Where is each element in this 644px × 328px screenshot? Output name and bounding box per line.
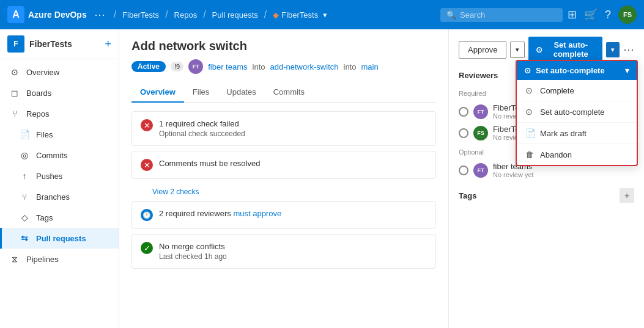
sidebar: F FiberTests + ⊙ Overview ◻ Boards ⑂ Rep… [0, 29, 119, 328]
dropdown-menu: ⊙ Set auto-complete ▾ ⊙ Complete ⊙ Set a… [516, 60, 638, 166]
approve-dropdown-button[interactable]: ▾ [510, 42, 525, 58]
add-tag-button[interactable]: + [620, 188, 634, 203]
sidebar-item-label: Files [36, 130, 53, 139]
reviewers-title: Reviewers [459, 71, 498, 80]
reviewer-radio[interactable] [459, 166, 468, 175]
branches-icon: ⑂ [19, 191, 30, 202]
reviewer-avatar: FT [473, 104, 488, 119]
dropdown-header-label: Set auto-complete [536, 66, 605, 75]
sidebar-item-files[interactable]: 📄 Files [0, 124, 119, 145]
grid-menu-icon[interactable]: ⊞ [568, 8, 577, 21]
tab-files[interactable]: Files [184, 82, 218, 103]
reviewer-status: No review yet [493, 171, 634, 178]
breadcrumb-pull-requests[interactable]: Pull requests [212, 10, 258, 20]
dropdown-item-abandon[interactable]: 🗑 Abandon [517, 144, 637, 165]
sidebar-item-branches[interactable]: ⑂ Branches [0, 186, 119, 207]
sidebar-item-pipelines[interactable]: ⧖ Pipelines [0, 249, 119, 269]
breadcrumb-fibertests[interactable]: FiberTests [122, 10, 159, 20]
breadcrumb-fibertests-pr[interactable]: ◆FiberTests ▾ [273, 10, 327, 20]
autocomplete-icon: ⊙ [536, 45, 542, 54]
project-name: FiberTests [29, 39, 100, 49]
logo-icon: A [7, 6, 24, 23]
pr-meta: Active !9 FT fiber teams into add-networ… [131, 59, 436, 74]
check-subtitle: Optional check succeeded [159, 129, 427, 138]
tags-section: Tags + [459, 188, 634, 203]
sidebar-item-repos[interactable]: ⑂ Repos [0, 103, 119, 124]
sidebar-item-boards[interactable]: ◻ Boards [0, 82, 119, 103]
set-autocomplete-button[interactable]: ⊙ Set auto-complete [528, 37, 602, 62]
pr-tabs: Overview Files Updates Commits [131, 82, 436, 103]
pr-title: Add network switch [131, 39, 436, 53]
sidebar-item-commits[interactable]: ◎ Commits [0, 145, 119, 166]
top-nav-icons: ⊞ 🛒 ? FS [568, 5, 637, 24]
app-name: Azure DevOps [28, 10, 87, 20]
check-title: No merge conflicts [159, 242, 427, 251]
sidebar-item-pushes[interactable]: ↑ Pushes [0, 166, 119, 186]
more-options-icon[interactable]: ⋯ [92, 8, 108, 21]
complete-icon: ⊙ [525, 86, 535, 95]
dropdown-close-arrow[interactable]: ▾ [625, 66, 629, 75]
sidebar-item-label: Commits [36, 151, 67, 160]
check-title: 1 required check failed [159, 119, 427, 128]
add-project-button[interactable]: + [105, 38, 111, 51]
tab-updates[interactable]: Updates [218, 82, 264, 103]
sidebar-item-label: Tags [36, 213, 53, 222]
branch-from-link[interactable]: add-network-switch [270, 62, 339, 71]
search-input[interactable] [460, 10, 546, 20]
success-icon: ✓ [141, 242, 153, 254]
dropdown-header: ⊙ Set auto-complete ▾ [517, 61, 637, 80]
tab-overview[interactable]: Overview [131, 82, 184, 103]
search-bar[interactable]: 🔍 [440, 8, 563, 22]
action-bar: Approve ▾ ⊙ Set auto-complete ▾ ⋯ [459, 37, 634, 62]
author-link[interactable]: fiber teams [208, 62, 247, 71]
error-icon: ✕ [141, 119, 153, 131]
sidebar-item-label: Branches [36, 192, 70, 202]
dropdown-item-mark-draft[interactable]: 📄 Mark as draft [517, 123, 637, 144]
sidebar-item-label: Repos [26, 109, 50, 118]
commits-icon: ◎ [19, 150, 30, 161]
sidebar-item-label: Overview [26, 68, 59, 77]
view-checks-link[interactable]: View 2 checks [152, 188, 199, 196]
dropdown-item-set-autocomplete[interactable]: ⊙ Set auto-complete [517, 101, 637, 123]
comment-count: !9 [171, 62, 183, 71]
autocomplete-dropdown-button[interactable]: ▾ [606, 42, 620, 57]
pipelines-icon: ⧖ [9, 253, 20, 264]
basket-icon[interactable]: 🛒 [584, 8, 598, 21]
set-autocomplete-icon: ⊙ [525, 107, 535, 117]
app-logo[interactable]: A Azure DevOps [7, 6, 87, 23]
sidebar-item-pull-requests[interactable]: ⇆ Pull requests [0, 228, 119, 249]
reviewer-radio[interactable] [459, 107, 468, 117]
check-comments-resolved: ✕ Comments must be resolved [131, 151, 436, 179]
right-panel: Approve ▾ ⊙ Set auto-complete ▾ ⋯ ⊙ Set … [448, 29, 644, 328]
sidebar-item-tags[interactable]: ◇ Tags [0, 207, 119, 228]
reviewer-avatar: FS [473, 126, 488, 140]
sidebar-item-label: Pipelines [26, 255, 59, 264]
branch-into-link[interactable]: main [361, 62, 378, 71]
abandon-icon: 🗑 [525, 150, 535, 159]
approve-button[interactable]: Approve [459, 41, 506, 59]
status-badge: Active [131, 61, 166, 72]
sidebar-item-label: Pull requests [36, 234, 86, 243]
breadcrumb-repos[interactable]: Repos [174, 10, 198, 20]
top-navigation: A Azure DevOps ⋯ / FiberTests / Repos / … [0, 0, 644, 29]
must-approve-link[interactable]: must approve [233, 209, 281, 218]
author-avatar: FT [188, 59, 203, 74]
draft-icon: 📄 [525, 128, 535, 138]
error-icon: ✕ [141, 159, 153, 171]
autocomplete-header-icon: ⊙ [524, 66, 531, 75]
view-checks-container: View 2 checks [131, 184, 436, 201]
help-icon[interactable]: ? [605, 9, 611, 21]
tab-commits[interactable]: Commits [265, 82, 313, 103]
more-options-icon[interactable]: ⋯ [623, 43, 634, 56]
dropdown-item-complete[interactable]: ⊙ Complete [517, 80, 637, 101]
repos-icon: ⑂ [9, 108, 20, 119]
reviewer-avatar: FT [473, 163, 488, 178]
reviewer-radio[interactable] [459, 128, 468, 138]
search-icon: 🔍 [446, 10, 456, 20]
check-title: Comments must be resolved [159, 159, 427, 168]
chevron-down-icon[interactable]: ▾ [323, 10, 327, 20]
avatar[interactable]: FS [618, 5, 637, 24]
sidebar-item-overview[interactable]: ⊙ Overview [0, 62, 119, 82]
sidebar-item-label: Pushes [36, 172, 62, 181]
info-icon: 🕐 [141, 209, 153, 221]
